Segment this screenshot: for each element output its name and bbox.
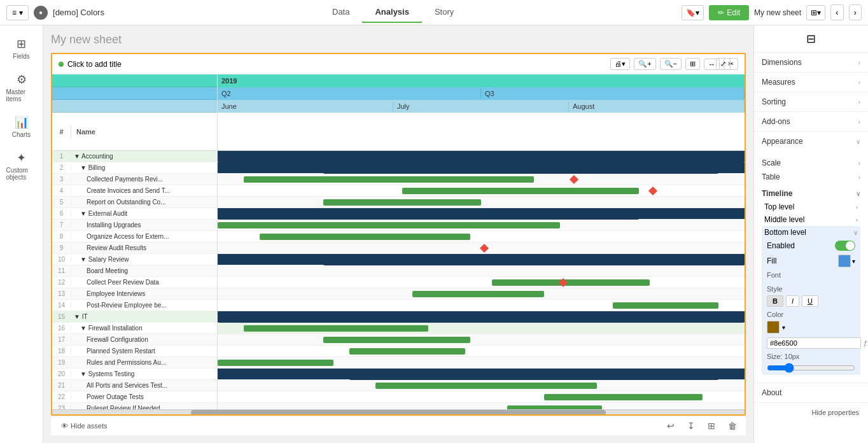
table-chevron: ›	[858, 174, 860, 181]
sheet-settings-button[interactable]: ⊞▾	[806, 5, 825, 20]
bar-18	[349, 348, 465, 355]
next-sheet-button[interactable]: ›	[849, 4, 862, 20]
fill-color-box[interactable]	[838, 255, 851, 267]
tl-row-5	[218, 197, 745, 208]
fill-dropdown-icon[interactable]: ▾	[852, 258, 855, 265]
grid-button[interactable]: ⊞	[704, 419, 719, 433]
dimensions-chevron: ›	[858, 59, 860, 66]
about-section: About	[754, 383, 868, 402]
table-row[interactable]: 8Organize Access for Extern...	[52, 231, 217, 243]
table-row[interactable]: 3Collected Payments Revi...	[52, 174, 217, 185]
prev-sheet-button[interactable]: ‹	[830, 4, 843, 20]
color-dropdown-icon[interactable]: ▾	[782, 324, 785, 331]
tab-analysis[interactable]: Analysis	[362, 2, 421, 23]
table-row[interactable]: 21All Ports and Services Test...	[52, 380, 217, 391]
month-july: July	[393, 101, 569, 111]
chart-title-area[interactable]: Click to add title	[59, 60, 122, 69]
panel-appearance: Appearance ∨ Scale › Table › Timeline	[754, 132, 868, 383]
bold-button[interactable]: B	[767, 295, 783, 307]
table-row[interactable]: 2▼ Billing	[52, 162, 217, 174]
italic-button[interactable]: I	[786, 295, 799, 307]
timeline-header[interactable]: Timeline ∨	[762, 186, 860, 200]
tl-row-21	[218, 380, 745, 391]
download-button[interactable]: ↧	[683, 419, 699, 433]
tab-data[interactable]: Data	[319, 2, 362, 23]
table-row[interactable]: 18Planned System Restart	[52, 346, 217, 357]
table-row[interactable]: 23Ruleset Review If Needed	[52, 403, 217, 409]
addons-label: Add-ons	[762, 117, 790, 126]
bottom-level-section: Bottom level ∨ Enabled Fill	[762, 226, 860, 375]
table-header-section[interactable]: Table ›	[762, 170, 860, 184]
color-input[interactable]	[767, 337, 861, 349]
quarter-header: Q2 Q3	[218, 87, 745, 100]
color-control: ▾	[767, 321, 855, 334]
table-row[interactable]: 12Collect Peer Review Data	[52, 277, 217, 288]
table-row[interactable]: 1▼ Accounting	[52, 151, 217, 162]
bookmark-button[interactable]: 🔖▾	[682, 5, 704, 20]
sheet-title: My new sheet	[51, 33, 746, 46]
addons-header[interactable]: Add-ons ›	[754, 112, 868, 131]
measures-header[interactable]: Measures ›	[754, 73, 868, 92]
bar-5	[323, 199, 481, 206]
table-row[interactable]: 11Board Meeting	[52, 265, 217, 277]
month-spacer	[52, 100, 217, 113]
middle-level-row[interactable]: Middle level ›	[762, 213, 860, 226]
hide-properties-button[interactable]: Hide properties	[808, 407, 863, 418]
table-row[interactable]: 16▼ Firewall Installation	[52, 323, 217, 334]
bar-12	[492, 279, 650, 286]
table-row[interactable]: 22Power Outage Tests	[52, 391, 217, 403]
scale-header[interactable]: Scale ›	[762, 156, 860, 170]
table-row[interactable]: 9Review Audit Results	[52, 243, 217, 254]
sidebar-item-custom-objects[interactable]: ✦ Custom objects	[3, 146, 41, 186]
table-row[interactable]: 17Firewall Configuration	[52, 334, 217, 346]
delete-button[interactable]: 🗑	[724, 419, 741, 433]
print-button[interactable]: 🖨▾	[610, 58, 630, 70]
table-row[interactable]: 5Report on Outstanding Co...	[52, 197, 217, 208]
expand-button[interactable]: ⤢	[716, 58, 731, 70]
tab-story[interactable]: Story	[422, 2, 466, 23]
table-row[interactable]: 7Installing Upgrades	[52, 220, 217, 231]
style-buttons: B I U	[767, 295, 855, 307]
fill-label: Fill	[767, 257, 776, 265]
color-box[interactable]	[767, 321, 780, 334]
measures-chevron: ›	[858, 79, 860, 86]
table-row[interactable]: 6▼ External Audit	[52, 208, 217, 220]
horizontal-scrollbar[interactable]	[52, 409, 745, 414]
table-row[interactable]: 15▼ IT	[52, 311, 217, 323]
table-row[interactable]: 20▼ Systems Testing	[52, 369, 217, 380]
bottom-level-row[interactable]: Bottom level ∨	[762, 226, 860, 239]
dimensions-header[interactable]: Dimensions ›	[754, 53, 868, 72]
underline-button[interactable]: U	[802, 295, 818, 307]
year-spacer	[52, 74, 217, 87]
about-row[interactable]: About	[762, 388, 860, 397]
tl-row-15	[218, 311, 745, 323]
zoom-in-button[interactable]: 🔍+	[634, 58, 655, 70]
tl-row-9	[218, 243, 745, 254]
main-layout: ⊞ Fields ⚙ Master items 📊 Charts ✦ Custo…	[0, 25, 868, 443]
right-panel: ⊟ Dimensions › Measures › Sorting ›	[753, 25, 868, 443]
sorting-header[interactable]: Sorting ›	[754, 92, 868, 111]
chart-title-text: Click to add title	[67, 60, 122, 69]
table-row[interactable]: 13Employee Interviews	[52, 288, 217, 300]
bar-20	[349, 369, 718, 380]
edit-button[interactable]: ✏ Edit	[709, 5, 749, 20]
table-row[interactable]: 19Rules and Permissions Au...	[52, 357, 217, 369]
appearance-header[interactable]: Appearance ∨	[754, 132, 868, 151]
menu-button[interactable]: ≡ ▾	[6, 5, 29, 20]
sidebar-item-charts[interactable]: 📊 Charts	[3, 110, 41, 143]
table-row[interactable]: 10▼ Salary Review	[52, 254, 217, 265]
size-slider[interactable]	[767, 363, 855, 373]
table-row[interactable]: 14Post-Review Employee be...	[52, 300, 217, 311]
table-row[interactable]: 4Create Invoices and Send T...	[52, 185, 217, 197]
enabled-toggle[interactable]	[835, 241, 855, 251]
fx-button[interactable]: ƒx	[864, 339, 868, 347]
bar-15	[218, 311, 745, 323]
reset-view-button[interactable]: ⊞	[685, 58, 700, 70]
top-level-row[interactable]: Top level ›	[762, 200, 860, 213]
undo-button[interactable]: ↩	[663, 419, 678, 433]
zoom-out-button[interactable]: 🔍−	[660, 58, 682, 70]
sidebar-item-fields[interactable]: ⊞ Fields	[3, 32, 41, 65]
hide-assets-button[interactable]: 👁 Hide assets	[56, 419, 112, 432]
sidebar-item-master-items[interactable]: ⚙ Master items	[3, 67, 41, 108]
month-june: June	[218, 101, 393, 111]
